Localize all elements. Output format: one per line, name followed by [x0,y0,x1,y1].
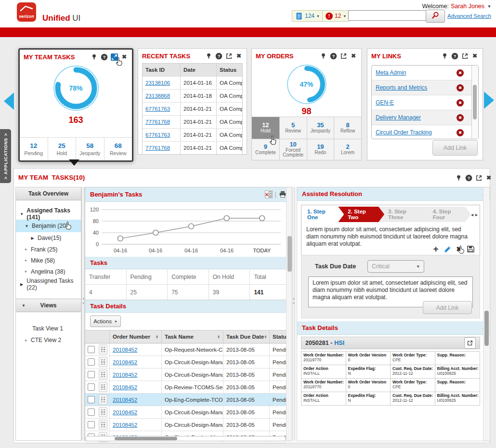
table-row[interactable]: 20108452Op-Circuit-Design-Manual2013-08-… [85,406,287,419]
delete-link-icon[interactable]: ✖ [457,114,464,121]
task-id-link[interactable]: 67761763 [145,132,170,138]
help-icon[interactable]: ? [451,52,458,60]
task-id-link[interactable]: 23138868 [145,93,170,99]
sort-column-order-number[interactable]: Order Number▲▼ [109,330,161,343]
order-number-link[interactable]: 20108452 [113,359,137,365]
panel-splitter[interactable]: ›‹ [292,187,295,441]
delete-link-icon[interactable]: ✖ [457,69,464,77]
row-grip-icon[interactable] [99,420,107,430]
search-input[interactable] [348,10,428,21]
table-horizontal-scrollbar[interactable] [85,436,286,441]
order-number-link[interactable]: 20108452 [113,409,137,415]
add-icon[interactable]: + [431,245,440,253]
order-number-link[interactable]: 20108452 [113,384,137,390]
views-header[interactable]: ▼Views [16,299,81,312]
sidebar-item-dave[interactable]: ▶Dave(15) [16,232,81,244]
expand-icon[interactable] [225,52,233,60]
order-stat-redo[interactable]: 19Redo [307,139,334,160]
scrollbar-thumb[interactable] [287,236,292,272]
table-row[interactable]: 20108452Op-Circuit-Design-Manual2013-08-… [85,356,287,369]
chevron-down-icon[interactable]: ▼ [316,14,320,18]
row-checkbox[interactable] [88,358,95,366]
task-id-link[interactable]: 77761768 [145,145,170,151]
row-grip-icon[interactable] [99,344,107,355]
tips-bulb-icon[interactable] [90,53,98,61]
sort-icon[interactable]: ▲▼ [156,335,158,339]
save-disk-icon[interactable] [466,245,475,253]
order-stat-jeopardy[interactable]: 35Jeopardy [307,117,334,139]
row-checkbox[interactable] [88,346,95,353]
sidebar-item-task-view-1[interactable]: Task View 1 [16,323,81,334]
order-number-link[interactable]: 20108452 [113,422,137,428]
scrollbar-thumb[interactable] [484,311,489,346]
search-button[interactable] [426,10,445,23]
close-icon[interactable]: ✖ [471,52,479,60]
link-reports-metrics[interactable]: Reports and Metrics [376,84,457,91]
delete-link-icon[interactable]: ✖ [457,129,464,136]
order-stat-review[interactable]: 5Review [279,117,307,139]
table-row-selected[interactable]: 20108452Op-Eng-Complete-TCOMS2013-08-05P… [85,394,287,406]
help-icon[interactable]: ? [329,52,337,60]
delete-link-icon[interactable]: ✖ [457,84,464,92]
order-stat-lorem[interactable]: 2Lorem [334,139,361,160]
sidebar-item-assigned-tasks[interactable]: ▼Assigned Tasks (141) [16,208,81,220]
add-link-button[interactable]: Add Link [432,140,478,156]
expand-icon[interactable] [475,174,483,182]
table-row[interactable]: 20108452Op-Request-Network-Canc2013-08-0… [85,343,287,356]
export-excel-icon[interactable]: X [265,191,273,198]
help-icon[interactable]: ? [465,174,472,182]
delete-link-icon[interactable]: ✖ [457,99,464,106]
table-row[interactable]: 20108452Op-Circuit-Design-Manual2013-08-… [85,369,287,381]
task-id-link[interactable]: 23138106 [145,80,170,86]
order-stat-reflow[interactable]: 8Reflow [334,117,361,139]
row-checkbox[interactable] [88,408,95,416]
step-two-tab[interactable]: 2. Step Two [338,207,384,222]
row-grip-icon[interactable] [99,382,107,392]
expand-icon[interactable] [339,52,347,60]
sort-column-status[interactable]: Status [269,330,287,343]
task-id-link[interactable]: 67761763 [145,106,170,112]
step-four-tab[interactable]: 4. Step Four [423,207,471,222]
open-external-button[interactable] [464,337,476,349]
row-grip-icon[interactable] [99,369,107,380]
sort-icon[interactable]: ▲▼ [217,335,220,339]
right-panel-scrollbar[interactable] [483,187,489,441]
tips-bulb-icon[interactable] [455,174,462,182]
link-meta-admin[interactable]: Meta Admin [376,69,457,76]
sidebar-item-cte-view-2[interactable]: ●CTE View 2 [16,334,81,346]
carousel-left-arrow[interactable] [4,92,14,110]
tasks-badge-dropdown[interactable]: 124 ▼ [292,10,323,22]
help-icon[interactable]: ? [215,52,222,60]
sidebar-item-frank[interactable]: ●Frank (25) [16,244,81,255]
add-link-button[interactable]: Add Link [423,301,472,314]
chevron-down-icon[interactable]: ▼ [487,4,491,9]
row-checkbox[interactable] [88,421,95,428]
row-checkbox[interactable] [88,383,95,391]
table-row[interactable]: 20108452Op-Review-TCOMS-Segm2013-08-05Pe… [85,381,287,394]
row-grip-icon[interactable] [99,407,107,417]
steps-next-icon[interactable]: ▸ [475,212,478,217]
order-number-link[interactable]: 20108452 [113,372,137,378]
tips-bulb-icon[interactable] [205,52,212,60]
edit-pencil-icon[interactable] [443,245,452,253]
sort-column-task-name[interactable]: Task Name▲▼ [161,330,223,343]
sidebar-splitter[interactable]: ›‹ [81,187,85,441]
scrollbar-thumb[interactable] [473,85,477,119]
scrollbar-thumb[interactable] [115,437,177,440]
order-stat-forced-complete[interactable]: 10Forced Complete [279,139,307,160]
link-gen-e[interactable]: GEN-E [376,99,457,106]
sidebar-item-unassigned-tasks[interactable]: ▶Unassigned Tasks (22) [16,278,81,290]
tree-closed-icon[interactable]: ▶ [20,282,24,287]
step-one-tab[interactable]: 1. Step One [303,207,344,222]
order-number-link[interactable]: 20108452 [113,347,137,353]
row-checkbox[interactable] [88,396,95,403]
close-icon[interactable]: ✖ [350,52,357,60]
task-id-link[interactable]: 77761768 [145,119,170,125]
collapse-left-icon[interactable]: ‹ [293,301,295,305]
order-number-link[interactable]: 20108452 [113,397,137,403]
tips-bulb-icon[interactable] [441,52,448,60]
user-menu[interactable]: Welcome: Sarah Jones ▼ [422,3,491,10]
tips-bulb-icon[interactable] [319,52,327,60]
tree-open-icon[interactable]: ▼ [25,224,29,228]
sort-column-due-date[interactable]: Task Due Date▲▼ [223,330,269,343]
